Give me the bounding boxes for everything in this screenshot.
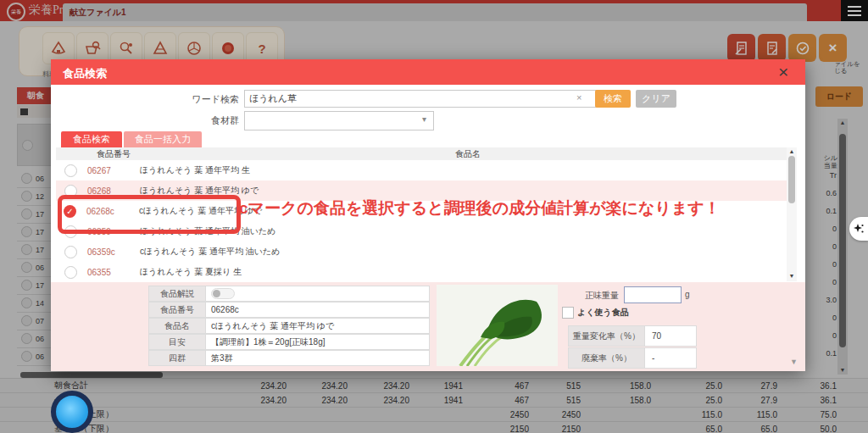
food-number: 06267 [87,166,140,175]
list-scrollbar-thumb[interactable] [788,156,795,203]
description-toggle[interactable] [211,288,235,299]
detail-label: 食品名 [148,318,206,334]
row-radio[interactable] [64,266,77,279]
food-search-dialog: 食品検索 × ワード検索 × 検索 クリア 食材群 ▾ 食品検索 食品一括入力 … [51,59,805,371]
food-row-06355[interactable]: 06355 ほうれんそう 葉 夏採り 生 [56,262,790,283]
food-number: 06268 [87,186,140,196]
food-name: ほうれんそう 葉 通年平均 生 [140,164,250,176]
food-group-label: 食材群 [161,114,239,127]
result-table-header: 食品番号 食品名 [56,147,790,161]
food-group-select[interactable]: ▾ [244,111,434,130]
weight-change-row: 重量変化率（%） 70 [568,325,697,347]
chevron-down-icon: ▾ [422,114,426,124]
dialog-close-icon[interactable]: × [778,60,788,84]
food-photo-spinach [437,285,558,366]
detail-value: 06268c [206,302,430,318]
waste-rate-row: 廃棄率（%） - [568,347,697,369]
detail-value: cほうれんそう 葉 通年平均 ゆで [206,318,430,334]
col-food-number: 食品番号 [81,148,146,160]
detail-row-group: 四群 第3群 [148,350,430,366]
waste-rate-label: 廃棄率（%） [568,347,645,369]
favorite-label: よく使う食品 [577,307,629,319]
weight-change-label: 重量変化率（%） [568,325,645,347]
detail-value: 【調理前】1株＝20g[正味18g] [206,334,430,350]
annotation-text: cマークの食品を選択すると調理後の成分値計算が楽になります！ [239,197,721,219]
list-scroll-up-icon[interactable]: ▲ [787,148,797,154]
annotation-highlight-box [58,195,241,234]
word-search-input[interactable] [244,90,603,108]
list-scroll-down-icon[interactable]: ▼ [787,273,797,279]
weight-change-value[interactable]: 70 [645,325,697,347]
detail-scroll-down-icon[interactable]: ▼ [790,358,798,366]
dialog-title: 食品検索 [63,66,107,81]
row-radio[interactable] [64,246,77,258]
detail-label: 食品解説 [148,286,206,302]
tab-food-bulk-entry[interactable]: 食品一括入力 [124,131,202,147]
detail-label: 食品番号 [148,302,206,318]
food-number: 06355 [87,268,140,277]
food-name: ほうれんそう 葉 夏採り 生 [140,266,242,278]
net-weight-label: 正味重量 [565,290,619,302]
detail-label: 四群 [148,350,206,366]
food-row-06267[interactable]: 06267 ほうれんそう 葉 通年平均 生 [56,160,790,181]
detail-row-number: 食品番号 06268c [148,302,430,318]
sparkle-icon [853,223,865,235]
food-row-06359c[interactable]: 06359c cほうれんそう 葉 通年平均 油いため [56,241,790,263]
net-weight-unit: g [685,290,690,299]
app-window: 栄養 栄養ProCloud 献立ファイル1 ? 料理名 × ァイルをじる 朝食 … [0,0,868,433]
food-name: cほうれんそう 葉 通年平均 油いため [140,246,280,258]
dialog-header: 食品検索 × [51,59,805,85]
waste-rate-value[interactable]: - [645,347,697,369]
word-search-label: ワード検索 [161,93,239,106]
search-button[interactable]: 検索 [595,90,631,108]
net-weight-input[interactable] [624,286,682,303]
detail-row-description: 食品解説 [148,286,430,302]
detail-row-guide: 目安 【調理前】1株＝20g[正味18g] [148,334,430,350]
food-number: 06359c [87,247,140,257]
detail-value: 第3群 [206,350,430,366]
col-food-name: 食品名 [146,148,790,160]
clear-button[interactable]: クリア [636,90,676,108]
input-clear-icon[interactable]: × [576,92,581,103]
side-assistant-button[interactable] [849,217,868,241]
click-indicator [51,391,93,433]
row-radio[interactable] [64,164,77,177]
detail-label: 目安 [148,334,206,350]
tab-food-search[interactable]: 食品検索 [61,131,122,147]
detail-row-name: 食品名 cほうれんそう 葉 通年平均 ゆで [148,318,430,334]
favorite-checkbox[interactable] [562,307,574,319]
